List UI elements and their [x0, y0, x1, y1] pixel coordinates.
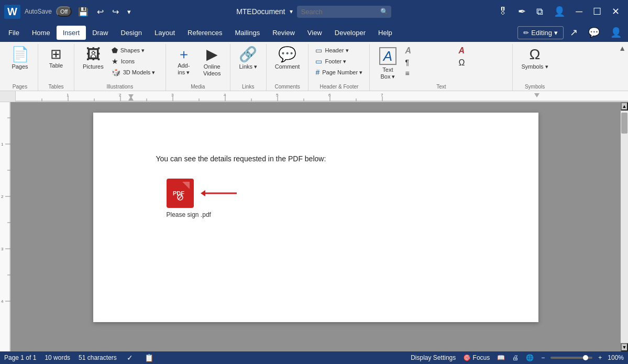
- autosave-toggle[interactable]: Off: [56, 6, 72, 17]
- editing-button[interactable]: ✏ Editing ▾: [517, 26, 564, 39]
- symbols-button[interactable]: Ω Symbols ▾: [517, 45, 552, 72]
- document-title: MTEDocument: [236, 7, 285, 16]
- menu-home[interactable]: Home: [26, 26, 57, 40]
- addins-button[interactable]: ＋ Add-ins ▾: [170, 45, 197, 78]
- word-count: 10 words: [45, 354, 70, 361]
- ribbon-hf-items: ▭ Header ▾ ▭ Footer ▾ # Page Number ▾: [313, 45, 365, 82]
- illustrations-col: ⬟ Shapes ▾ ★ Icons 🎲 3D Models ▾: [109, 45, 161, 78]
- menu-references[interactable]: References: [181, 26, 228, 40]
- menu-view[interactable]: View: [301, 26, 328, 40]
- table-button[interactable]: ⊞ Table: [42, 45, 70, 71]
- menu-insert[interactable]: Insert: [57, 26, 86, 40]
- scroll-up-button[interactable]: ▲: [621, 102, 628, 111]
- undo-icon[interactable]: ↩: [95, 5, 106, 19]
- menu-mailings[interactable]: Mailings: [229, 26, 267, 40]
- profile-icon[interactable]: 👤: [549, 4, 569, 19]
- header-label: Header ▾: [325, 47, 348, 54]
- page-number-label: Page Number ▾: [322, 69, 362, 76]
- menu-layout[interactable]: Layout: [148, 26, 181, 40]
- print-layout-icon[interactable]: 🖨: [511, 354, 520, 361]
- restore-button[interactable]: ☐: [589, 4, 605, 19]
- comment-menu-icon[interactable]: 💬: [584, 25, 604, 40]
- shapes-button[interactable]: ⬟ Shapes ▾: [109, 45, 161, 56]
- 3d-models-button[interactable]: 🎲 3D Models ▾: [109, 67, 161, 78]
- header-button[interactable]: ▭ Header ▾: [313, 45, 365, 56]
- menu-design[interactable]: Design: [115, 26, 148, 40]
- ribbon-group-pages: 📄 Pages Pages: [2, 44, 38, 91]
- search-input[interactable]: [297, 6, 391, 18]
- symbol-small-button[interactable]: Ω: [456, 57, 508, 69]
- zoom-level: 100%: [608, 354, 624, 361]
- pictures-button[interactable]: 🖼 Pictures: [79, 45, 108, 72]
- zoom-in-icon[interactable]: +: [597, 354, 603, 361]
- symbols-group-label: Symbols: [525, 84, 545, 90]
- read-mode-icon[interactable]: 📖: [495, 354, 506, 361]
- footer-icon: ▭: [315, 57, 322, 65]
- page-number-button[interactable]: # Page Number ▾: [313, 67, 365, 78]
- document-area[interactable]: You can see the details requested in the…: [10, 102, 621, 351]
- 3d-label: 3D Models ▾: [123, 69, 156, 76]
- window-restore-icon[interactable]: ⧉: [532, 4, 547, 19]
- textbox-button[interactable]: A TextBox ▾: [374, 45, 401, 82]
- proofing-icon[interactable]: ✓: [125, 354, 135, 362]
- ribbon-text-items: A TextBox ▾ A ¶ ≡ A Ω: [374, 45, 508, 82]
- comment-label: Comment: [275, 63, 300, 70]
- comment-button[interactable]: 💬 Comment: [271, 45, 304, 72]
- display-settings-button[interactable]: Display Settings: [409, 354, 457, 361]
- ribbon-group-text: A TextBox ▾ A ¶ ≡ A Ω: [370, 44, 513, 91]
- zoom-thumb: [583, 355, 588, 360]
- wordart-button[interactable]: A: [456, 45, 508, 57]
- word-logo-icon: W: [4, 5, 20, 19]
- svg-text:5: 5: [276, 93, 279, 97]
- scroll-thumb[interactable]: [621, 113, 627, 134]
- ribbon-links-items: 🔗 Links ▾: [235, 45, 262, 82]
- signature-button[interactable]: ≡: [402, 68, 455, 79]
- icons-label: Icons: [121, 58, 135, 64]
- person-icon[interactable]: 👤: [606, 25, 626, 40]
- ribbon: 📄 Pages Pages ⊞ Table Tables 🖼 Pictures …: [0, 42, 628, 91]
- symbols-icon: Ω: [530, 47, 541, 62]
- menu-developer[interactable]: Developer: [328, 26, 372, 40]
- ribbon-group-links: 🔗 Links ▾ Links: [230, 44, 267, 91]
- fontstyle-button[interactable]: A: [402, 45, 455, 57]
- save-icon[interactable]: 💾: [76, 5, 91, 19]
- ribbon-pages-items: 📄 Pages: [6, 45, 34, 82]
- minimize-button[interactable]: ─: [571, 4, 587, 19]
- pdf-icon-svg: PDF: [171, 182, 190, 205]
- pages-label: Pages: [12, 63, 28, 70]
- ribbon-collapse-button[interactable]: ▲: [619, 44, 626, 52]
- icons-button[interactable]: ★ Icons: [109, 56, 161, 67]
- ribbon-icon[interactable]: 🎖: [494, 4, 512, 19]
- onlinevideos-button[interactable]: ▶ OnlineVideos: [199, 45, 226, 79]
- pencil-icon: ✏: [523, 29, 529, 37]
- ribbon-illustrations-items: 🖼 Pictures ⬟ Shapes ▾ ★ Icons 🎲 3D Model…: [79, 45, 161, 82]
- zoom-out-icon[interactable]: −: [539, 354, 546, 361]
- ruler-vertical: 1 2 3 4: [0, 102, 10, 351]
- dropcap-button[interactable]: ¶: [402, 57, 455, 68]
- menu-file[interactable]: File: [2, 26, 26, 40]
- share-icon[interactable]: ✒: [514, 4, 530, 19]
- redo-icon[interactable]: ↪: [110, 5, 121, 19]
- web-layout-icon[interactable]: 🌐: [524, 354, 535, 361]
- zoom-slider[interactable]: [550, 357, 592, 359]
- focus-button[interactable]: 🎯 Focus: [461, 354, 491, 361]
- share-menu-icon[interactable]: ↗: [566, 25, 582, 40]
- svg-text:2: 2: [1, 194, 4, 199]
- footer-button[interactable]: ▭ Footer ▾: [313, 56, 365, 67]
- links-button[interactable]: 🔗 Links ▾: [235, 45, 262, 72]
- menu-draw[interactable]: Draw: [86, 26, 114, 40]
- menu-review[interactable]: Review: [266, 26, 301, 40]
- svg-text:6: 6: [328, 93, 331, 97]
- scroll-down-button[interactable]: ▼: [621, 343, 628, 351]
- pdf-icon[interactable]: PDF: [167, 179, 194, 208]
- customize-icon[interactable]: ▾: [125, 6, 133, 18]
- pages-button[interactable]: 📄 Pages: [6, 45, 34, 72]
- comments-group-label: Comments: [274, 84, 300, 90]
- footer-label: Footer ▾: [325, 58, 346, 65]
- pictures-label: Pictures: [83, 63, 104, 70]
- pages-group-label: Pages: [13, 84, 27, 90]
- close-button[interactable]: ✕: [608, 4, 624, 19]
- arrow-svg: [200, 187, 242, 200]
- menu-help[interactable]: Help: [372, 26, 399, 40]
- track-icon[interactable]: 📋: [143, 354, 155, 362]
